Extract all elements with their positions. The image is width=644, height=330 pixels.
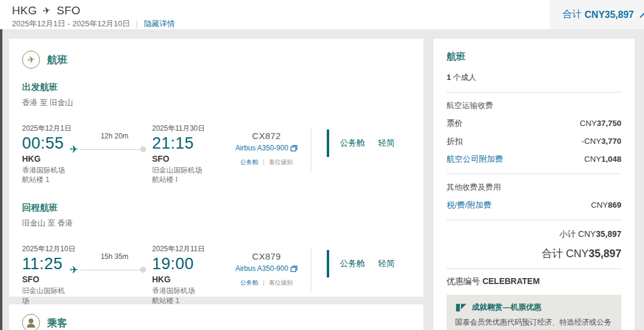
fare-row: 票价 CNY37,750 [447, 118, 621, 129]
plane-icon: ✈ [70, 143, 78, 156]
duration-indicator: 12h 20m ✈ [69, 143, 152, 156]
origin-code: HKG [12, 4, 37, 17]
chevron-up-icon[interactable] [640, 13, 644, 22]
air-charges-label: 航空运输收费 [447, 100, 621, 111]
fare-type: 轻简 [378, 138, 395, 149]
arrival-time: 19:00 [152, 255, 222, 273]
arrival-airport-name: 香港国际机场 [152, 286, 222, 295]
fare-label: 票价 [447, 118, 463, 129]
passenger-count: 1 个成人 [447, 72, 621, 83]
aircraft-link[interactable]: Airbus A350-900 [236, 264, 298, 273]
cabin-accent-bar [327, 250, 329, 277]
cabin-name: 公务舱 [340, 258, 365, 269]
taxes-fees-link[interactable]: 税/费/附加费 [447, 200, 491, 211]
cabin-name: 公务舱 [340, 138, 365, 149]
inbound-heading: 回程航班 [22, 202, 410, 214]
flight-number: CX879 [222, 251, 311, 261]
trip-summary-header: HKG ✈ SFO 2025年12月1日 - 2025年12月10日 | 隐藏详… [0, 0, 644, 29]
fare-type: 轻简 [378, 258, 395, 269]
tax-row: 税/费/附加费 CNY869 [447, 200, 621, 211]
divider: | [136, 20, 138, 28]
price-summary-card: 航班 1 个成人 航空运输收费 票价 CNY37,750 折扣 -CNY3,77… [434, 39, 634, 330]
departure-date: 2025年12月10日 [22, 244, 69, 254]
header-total-amount: CNY35,897 [584, 10, 634, 20]
person-circle-icon [22, 314, 40, 330]
plane-circle-icon: ✈ [22, 51, 40, 69]
class-level-link[interactable]: 客位级别 [269, 279, 293, 286]
open-window-icon [290, 266, 298, 272]
outbound-arrival-endpoint: 2025年11月30日 21:15 SFO 旧金山国际机场 航站楼 I [152, 124, 222, 184]
inbound-cabin-selection: 公务舱 轻简 [311, 250, 410, 277]
plane-icon: ✈ [70, 264, 78, 276]
route-line-graphic [80, 149, 146, 150]
divider: | [263, 159, 265, 165]
duration-indicator: 15h 35m ✈ [69, 264, 152, 276]
cabin-accent-bar [327, 129, 329, 157]
route-title: HKG ✈ SFO [12, 4, 644, 17]
flight-number: CX872 [222, 131, 311, 141]
departure-time: 11:25 [22, 255, 69, 273]
duration-label: 15h 35m [101, 252, 129, 261]
departure-time: 00:55 [22, 134, 69, 153]
inbound-route-summary: 旧金山 至 香港 [22, 218, 410, 229]
arrival-time: 21:15 [152, 134, 222, 153]
offer-title: 成就翱赏—机票优惠 [472, 302, 541, 313]
departure-airport-name: 香港国际机场 [22, 165, 69, 175]
departure-date: 2025年12月1日 [22, 124, 69, 134]
route-line-graphic [80, 270, 146, 270]
other-charges-label: 其他收费及费用 [447, 182, 621, 193]
discount-row: 折扣 -CNY3,770 [447, 136, 621, 147]
arrival-airport-name: 旧金山国际机场 [152, 165, 222, 175]
dotted-divider [447, 269, 621, 269]
outbound-departure-endpoint: 2025年12月1日 00:55 HKG 香港国际机场 航站楼 1 [22, 124, 69, 184]
date-range: 2025年12月1日 - 2025年12月10日 [12, 18, 130, 29]
outbound-heading: 出发航班 [22, 82, 410, 93]
plane-icon: ✈ [42, 5, 51, 17]
left-edge-strip [0, 29, 2, 330]
surcharge-row: 航空公司附加费 CNY1,048 [447, 154, 621, 165]
promo-code: CELEBRATEM [482, 276, 540, 286]
summary-title: 航班 [447, 51, 621, 63]
passengers-card-title: 乘客 [47, 316, 67, 330]
outbound-route-summary: 香港 至 旧金山 [22, 97, 410, 108]
divider [447, 174, 621, 174]
open-window-icon [290, 145, 298, 152]
aircraft-name: Airbus A350-900 [236, 264, 289, 273]
divider [447, 92, 621, 92]
flights-card: ✈ 航班 出发航班 香港 至 旧金山 2025年12月1日 00:55 HKG … [9, 39, 423, 297]
aircraft-name: Airbus A350-900 [236, 144, 289, 152]
arrival-airport-code: SFO [152, 154, 222, 164]
duration-label: 12h 20m [101, 132, 129, 140]
total-line: 合计 CNY35,897 [447, 246, 621, 261]
divider [447, 220, 621, 220]
inbound-flight-info: CX879 Airbus A350-900 公务舱 | 客位级别 [222, 251, 311, 287]
inbound-arrival-endpoint: 2025年12月11日 19:00 HKG 香港国际机场 航站楼 1 [152, 244, 222, 305]
departure-airport-code: HKG [22, 154, 69, 164]
arrival-airport-code: HKG [152, 275, 222, 284]
outbound-flight-info: CX872 Airbus A350-900 公务舱 | 客位级别 [222, 131, 311, 166]
offer-description: 国泰会员凭优惠代码预订经济、特选经济或公务客舱往返机票前往全球目的地，可享低至8… [455, 317, 613, 330]
arrival-terminal: 航站楼 I [152, 175, 222, 184]
airline-surcharge-link[interactable]: 航空公司附加费 [447, 154, 503, 165]
divider: | [263, 279, 265, 286]
departure-terminal: 航站楼 1 [22, 175, 69, 184]
hide-details-link[interactable]: 隐藏详情 [144, 18, 175, 29]
destination-code: SFO [57, 4, 80, 17]
class-level-link[interactable]: 客位级别 [269, 159, 293, 165]
departure-airport-code: SFO [22, 275, 69, 284]
arrival-date: 2025年12月11日 [152, 244, 222, 254]
brushwing-logo-icon [455, 303, 467, 312]
discount-label: 折扣 [447, 136, 463, 147]
booking-review-page: HKG ✈ SFO 2025年12月1日 - 2025年12月10日 | 隐藏详… [0, 0, 644, 330]
header-total-panel[interactable]: 合计 CNY35,897 [550, 0, 644, 29]
aircraft-link[interactable]: Airbus A350-900 [236, 144, 298, 152]
cabin-link[interactable]: 公务舱 [240, 279, 258, 286]
cabin-link[interactable]: 公务舱 [240, 159, 258, 165]
outbound-cabin-selection: 公务舱 轻简 [311, 129, 410, 157]
promo-code-line: 优惠编号 CELEBRATEM [447, 276, 621, 287]
passengers-card: 乘客 [9, 304, 423, 330]
offer-box: 成就翱赏—机票优惠 国泰会员凭优惠代码预订经济、特选经济或公务客舱往返机票前往全… [447, 295, 621, 330]
outbound-flight-row: 2025年12月1日 00:55 HKG 香港国际机场 航站楼 1 12h 20… [22, 124, 410, 184]
subtotal-line: 小计 CNY35,897 [447, 229, 621, 240]
arrival-date: 2025年11月30日 [152, 124, 222, 134]
